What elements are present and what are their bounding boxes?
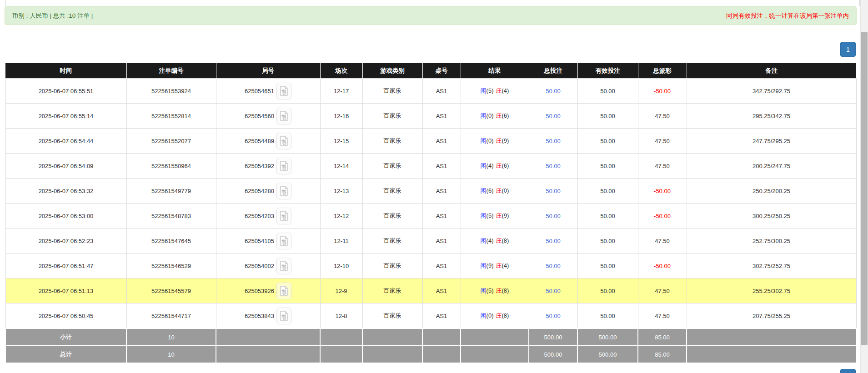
video-replay-button[interactable] bbox=[276, 283, 291, 299]
cell-bet-no: 522561550964 bbox=[126, 154, 216, 179]
panel-border-left bbox=[5, 0, 6, 6]
total-count: 10 bbox=[126, 346, 216, 363]
cell-game-type: 百家乐 bbox=[362, 104, 422, 129]
round-no-text: 625054651 bbox=[245, 88, 274, 94]
video-replay-button[interactable] bbox=[276, 308, 291, 324]
video-replay-button[interactable] bbox=[276, 83, 291, 99]
cell-session: 12-10 bbox=[320, 254, 362, 279]
cell-game-type: 百家乐 bbox=[362, 254, 422, 279]
cell-valid-bet: 50.00 bbox=[577, 204, 638, 229]
cell-game-type: 百家乐 bbox=[362, 179, 422, 204]
video-replay-button[interactable] bbox=[276, 208, 291, 224]
cell-valid-bet: 50.00 bbox=[577, 229, 638, 254]
cell-session: 12-11 bbox=[320, 229, 362, 254]
cell-result: 闲(5)庄(4) bbox=[461, 79, 529, 104]
player-result-label: 闲 bbox=[481, 162, 487, 169]
video-replay-icon bbox=[280, 311, 288, 321]
round-no-text: 625054105 bbox=[245, 238, 274, 244]
cell-valid-bet: 50.00 bbox=[577, 154, 638, 179]
cell-result: 闲(4)庄(6) bbox=[461, 154, 529, 179]
table-row[interactable]: 2025-06-07 06:51:47 522561546529 6250540… bbox=[5, 254, 856, 279]
table-row[interactable]: 2025-06-07 06:54:09 522561550964 6250543… bbox=[5, 154, 856, 179]
cell-valid-bet: 50.00 bbox=[577, 129, 638, 154]
currency-summary-text: 币别 : 人民币 | 总共 :10 注单 | bbox=[12, 12, 93, 20]
subtotal-total-bet: 500.00 bbox=[529, 328, 577, 346]
subtotal-valid-bet: 500.00 bbox=[577, 328, 638, 346]
cell-total-bet: 50.00 bbox=[529, 179, 577, 204]
cell-table-no: AS1 bbox=[422, 129, 461, 154]
pagination-page-1-top[interactable]: 1 bbox=[840, 42, 856, 57]
cell-table-no: AS1 bbox=[422, 104, 461, 129]
cell-remark: 255.25/302.75 bbox=[687, 279, 856, 303]
cell-remark: 295.25/342.75 bbox=[687, 104, 856, 129]
cell-time: 2025-06-07 06:54:44 bbox=[5, 129, 126, 154]
subtotal-row: 小计 10 500.00 500.00 85.00 bbox=[5, 328, 856, 346]
col-header-valid-bet: 有效投注 bbox=[577, 63, 638, 79]
video-replay-button[interactable] bbox=[276, 183, 291, 199]
cell-session: 12-13 bbox=[320, 179, 362, 204]
cell-table-no: AS1 bbox=[422, 303, 461, 329]
table-row[interactable]: 2025-06-07 06:51:13 522561545579 6250539… bbox=[5, 279, 856, 303]
col-header-session: 场次 bbox=[320, 63, 362, 79]
video-replay-icon bbox=[280, 261, 288, 271]
cell-remark: 207.75/255.25 bbox=[687, 303, 856, 329]
video-replay-icon bbox=[280, 186, 288, 196]
cell-bet-no: 522561552814 bbox=[126, 104, 216, 129]
cell-game-type: 百家乐 bbox=[362, 79, 422, 104]
cell-session: 12-14 bbox=[320, 154, 362, 179]
cell-round-no: 625054392 bbox=[216, 154, 320, 179]
pagination-page-1-bottom[interactable]: 1 bbox=[840, 369, 856, 373]
col-header-result: 结果 bbox=[461, 63, 529, 79]
video-replay-button[interactable] bbox=[276, 158, 291, 174]
cell-result: 闲(5)庄(9) bbox=[461, 204, 529, 229]
cell-bet-no: 522561544717 bbox=[126, 303, 216, 329]
cell-remark: 300.25/250.25 bbox=[687, 204, 856, 229]
player-result-label: 闲 bbox=[481, 137, 487, 144]
total-total-bet: 500.00 bbox=[529, 346, 577, 363]
cell-time: 2025-06-07 06:54:09 bbox=[5, 154, 126, 179]
video-replay-icon bbox=[280, 236, 288, 246]
cell-total-payout: -50.00 bbox=[638, 79, 687, 104]
video-replay-button[interactable] bbox=[276, 133, 291, 149]
col-header-time: 时间 bbox=[5, 63, 126, 79]
cell-session: 12-8 bbox=[320, 303, 362, 329]
cell-time: 2025-06-07 06:53:00 bbox=[5, 204, 126, 229]
cell-game-type: 百家乐 bbox=[362, 204, 422, 229]
table-row[interactable]: 2025-06-07 06:50:45 522561544717 6250538… bbox=[5, 303, 856, 329]
cell-round-no: 625053926 bbox=[216, 279, 320, 303]
cell-valid-bet: 50.00 bbox=[577, 254, 638, 279]
cell-round-no: 625054002 bbox=[216, 254, 320, 279]
table-row[interactable]: 2025-06-07 06:53:32 522561549779 6250542… bbox=[5, 179, 856, 204]
total-row: 总计 10 500.00 500.00 85.00 bbox=[5, 346, 856, 363]
cell-valid-bet: 50.00 bbox=[577, 104, 638, 129]
table-row[interactable]: 2025-06-07 06:54:44 522561552077 6250544… bbox=[5, 129, 856, 154]
player-result-label: 闲 bbox=[481, 312, 487, 319]
same-round-warning-text: 同局有效投注，统一计算在该局第一张注单内 bbox=[726, 12, 849, 20]
player-result-label: 闲 bbox=[481, 187, 487, 194]
scrollbar-thumb[interactable] bbox=[861, 32, 868, 345]
player-result-label: 闲 bbox=[481, 237, 487, 244]
video-replay-button[interactable] bbox=[276, 233, 291, 249]
table-row[interactable]: 2025-06-07 06:55:14 522561552814 6250545… bbox=[5, 104, 856, 129]
table-row[interactable]: 2025-06-07 06:52:23 522561547645 6250541… bbox=[5, 229, 856, 254]
col-header-total-bet: 总投注 bbox=[529, 63, 577, 79]
cell-bet-no: 522561548783 bbox=[126, 204, 216, 229]
table-row[interactable]: 2025-06-07 06:55:51 522561553924 6250546… bbox=[5, 79, 856, 104]
cell-total-bet: 50.00 bbox=[529, 204, 577, 229]
table-row[interactable]: 2025-06-07 06:53:00 522561548783 6250542… bbox=[5, 204, 856, 229]
col-header-round-no: 局号 bbox=[216, 63, 320, 79]
cell-total-bet: 50.00 bbox=[529, 154, 577, 179]
cell-total-payout: 47.50 bbox=[638, 303, 687, 329]
player-result-label: 闲 bbox=[481, 212, 487, 219]
video-replay-button[interactable] bbox=[276, 258, 291, 274]
round-no-text: 625054002 bbox=[245, 263, 274, 269]
cell-bet-no: 522561545579 bbox=[126, 279, 216, 303]
vertical-scrollbar[interactable] bbox=[860, 0, 868, 373]
video-replay-button[interactable] bbox=[276, 108, 291, 124]
cell-remark: 342.75/292.75 bbox=[687, 79, 856, 104]
cell-result: 闲(5)庄(8) bbox=[461, 279, 529, 303]
round-no-text: 625054203 bbox=[245, 213, 274, 219]
bet-records-table: 时间 注单编号 局号 场次 游戏类别 桌号 结果 总投注 有效投注 总派彩 备注… bbox=[5, 63, 857, 363]
cell-total-payout: 47.50 bbox=[638, 229, 687, 254]
col-header-bet-no: 注单编号 bbox=[126, 63, 216, 79]
